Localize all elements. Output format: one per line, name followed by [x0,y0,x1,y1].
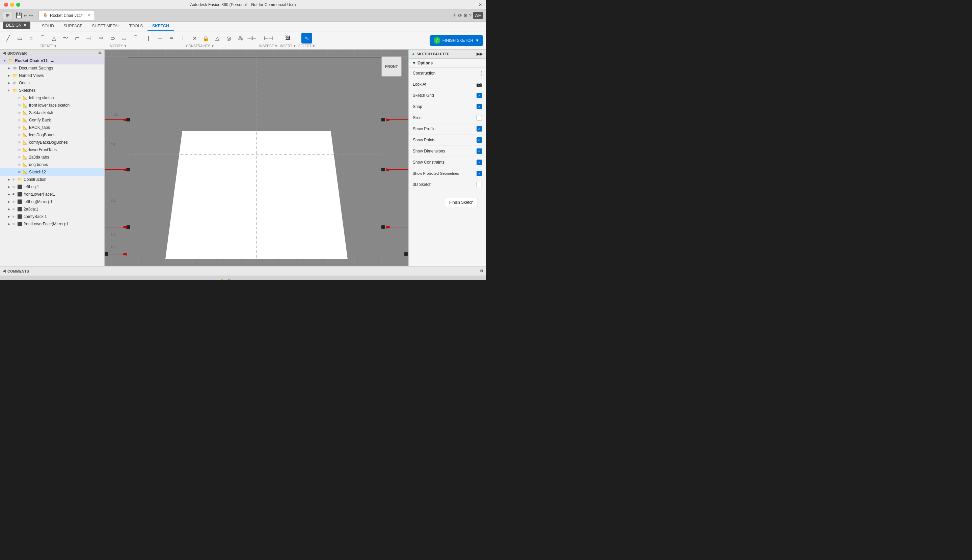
symmetric-constraint[interactable]: ⁂ [235,33,246,43]
leftleg-mirror-arrow[interactable]: ▶ [7,200,11,204]
handle-lower-left[interactable] [127,225,130,229]
dimension-constraint[interactable]: ⊣⊢ [246,33,257,43]
palette-expand-icon[interactable]: ▶▶ [476,52,483,56]
doc-settings-arrow[interactable]: ▶ [7,66,11,70]
extend-tool[interactable]: ⊃ [107,33,118,43]
show-points-checkbox[interactable]: ✓ [476,137,482,143]
tree-origin[interactable]: ▶ ⊕ Origin [0,79,104,87]
select-tool[interactable]: ↖ [301,33,312,43]
comments-settings-icon[interactable]: ⚙ [480,269,483,273]
orbit-icon[interactable]: ⊙ [213,278,217,280]
parallel-constraint[interactable]: = [166,33,177,43]
finish-sketch-button[interactable]: ✓ FINISH SKETCH ▼ [430,35,483,46]
vertical-constraint[interactable]: | [143,33,154,43]
insert-arrow[interactable]: ▼ [293,44,296,48]
offset-tool[interactable]: ⊏ [72,33,82,43]
lock-constraint[interactable]: 🔒 [200,33,211,43]
circle-tool[interactable]: ○ [26,33,37,43]
grid-icon[interactable]: ⊞ [252,278,256,280]
handle-lower-right[interactable] [381,225,385,229]
tree-frontlowerface-mirror[interactable]: ▶ 👁 ⬛ frontLowerFace(Mirror):1 [0,220,104,228]
tab-close-icon[interactable]: ✕ [87,13,90,18]
frontlowerface1-eye[interactable]: 👁 [12,193,15,196]
tree-back-tabs[interactable]: ▶ 👁 📐 BACK_tabs [0,124,104,131]
2a3da1-arrow[interactable]: ▶ [7,207,11,211]
select-arrow[interactable]: ▼ [312,44,316,48]
display-dropdown[interactable]: ▼ [247,280,251,280]
3d-sketch-checkbox[interactable] [476,182,482,187]
tangent-constraint[interactable]: △ [212,33,223,43]
tree-comfyback1[interactable]: ▶ 👁 ⬛ comfyBack:1 [0,213,104,220]
concentric-constraint[interactable]: ◎ [224,33,234,43]
constraints-arrow[interactable]: ▼ [211,44,214,48]
break-tool[interactable]: ⌓ [119,33,130,43]
handle-mid-right[interactable] [381,168,385,172]
tree-leftleg-mirror[interactable]: ▶ 👁 ⬛ leftLeg(Mirror):1 [0,198,104,205]
pan-icon[interactable]: ✋ [219,278,225,280]
grid-dropdown[interactable]: ▼ [257,280,261,280]
tree-comfybackdogbones[interactable]: ▶ 👁 📐 comfyBackDogBones [0,138,104,146]
handle-top-right[interactable] [381,118,385,122]
zoom-dropdown[interactable]: ▼ [235,280,239,280]
tree-doc-settings[interactable]: ▶ ⚙ Document Settings [0,65,104,72]
view-dropdown[interactable]: ▼ [269,280,273,280]
tab-tools[interactable]: TOOLS [125,22,147,31]
tree-construction[interactable]: ▶ 👁 📁 Construction [0,176,104,183]
line-tool[interactable]: ╱ [3,33,13,43]
palette-section-arrow[interactable]: ▼ [412,61,416,65]
tree-dogbones[interactable]: ▶ 👁 📐 dog bones [0,161,104,168]
collapse-icon[interactable]: ◀ [3,51,5,55]
design-dropdown[interactable]: DESIGN ▼ [3,22,30,29]
undo-icon[interactable]: ↩ [23,13,28,18]
show-profile-checkbox[interactable]: ✓ [476,126,482,132]
tab-sheetmetal[interactable]: SHEET METAL [87,22,125,31]
arc-tool[interactable]: ⌒ [37,33,48,43]
frontlowerface-mirror-arrow[interactable]: ▶ [7,222,11,226]
frontlowerface1-arrow[interactable]: ▶ [7,192,11,196]
handle-bottom-right[interactable] [404,252,408,256]
horizontal-constraint[interactable]: ─ [155,33,165,43]
inspect-arrow[interactable]: ▼ [274,44,278,48]
coincident-constraint[interactable]: ✕ [189,33,200,43]
polygon-tool[interactable]: △ [48,33,59,43]
spline-tool[interactable]: 〜 [60,33,71,43]
maximize-button[interactable] [16,3,20,7]
insert-image-tool[interactable]: 🖼 [282,33,293,43]
snap-checkbox[interactable]: ✓ [476,104,482,109]
sketches-arrow[interactable]: ▼ [7,88,11,92]
display-icon[interactable]: 🖥 [240,279,246,280]
tree-leftleg1[interactable]: ▶ 👁 ⬛ leftLeg:1 [0,183,104,191]
show-constraints-checkbox[interactable]: ✓ [476,160,482,165]
tree-2a3da1[interactable]: ▶ 👁 ⬛ 2a3da:1 [0,205,104,213]
handle-mid-left[interactable] [127,168,130,172]
active-tab[interactable]: 🪑 Rocket Chair v11* ✕ [38,11,95,20]
save-icon[interactable]: 💾 [15,12,22,18]
tree-frontlowerface1[interactable]: ▶ 👁 ⬛ frontLowerFace:1 [0,191,104,198]
sketch-grid-checkbox[interactable]: ✓ [476,93,482,98]
minimize-button[interactable] [10,3,14,7]
user-icon[interactable]: AE [473,12,483,19]
grid-snap-icon[interactable]: ⊞ [207,278,212,280]
fillet-tool[interactable]: ⌒ [130,33,141,43]
tree-left-leg-sketch[interactable]: ▶ 👁 📐 left leg sketch [0,94,104,102]
origin-arrow[interactable]: ▶ [7,81,11,85]
tab-surface[interactable]: SURFACE [59,22,87,31]
leftleg1-arrow[interactable]: ▶ [7,185,11,189]
perpendicular-constraint[interactable]: ⊥ [177,33,188,43]
sketch12-eye[interactable]: 👁 [18,170,21,174]
rect-tool[interactable]: ▭ [14,33,25,43]
close-button[interactable] [4,3,8,7]
look-at-icon[interactable]: 📷 [476,82,482,87]
tree-front-lower[interactable]: ▶ 👁 📐 front lower face sketch [0,102,104,109]
finish-sketch-arrow[interactable]: ▼ [475,38,479,43]
sync-icon[interactable]: ⟳ [458,13,462,18]
comfyback1-arrow[interactable]: ▶ [7,215,11,218]
help-icon[interactable]: ? [469,13,472,18]
comments-collapse-icon[interactable]: ◀ [3,269,5,273]
tree-2a3da-sketch[interactable]: ▶ 👁 📐 2a3da sketch [0,109,104,117]
root-arrow[interactable]: ▼ [3,59,7,63]
settings-gear-icon[interactable]: ⚙ [480,280,483,280]
palette-finish-sketch-button[interactable]: Finish Sketch [445,198,478,207]
tree-lowerfronttabs[interactable]: ▶ 👁 📐 lowerFrontTabs [0,146,104,153]
zoom-icon[interactable]: 🔍 [227,278,234,280]
